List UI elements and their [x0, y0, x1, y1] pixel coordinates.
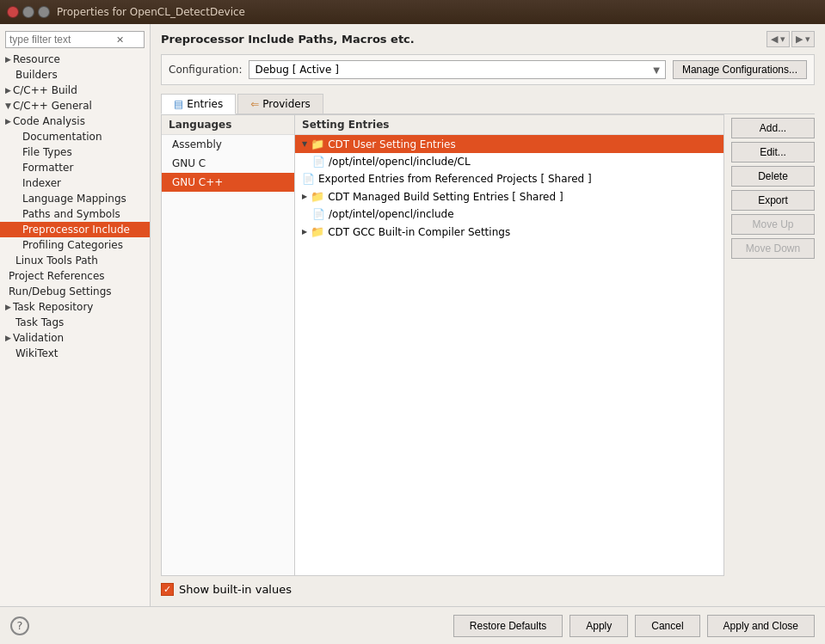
sidebar-item-label: Profiling Categories: [22, 239, 123, 251]
config-dropdown[interactable]: Debug [ Active ] ▼: [249, 60, 665, 79]
bottom-bar: ✓ Show built-in values: [161, 576, 815, 599]
sidebar-item-ccpp-general[interactable]: ▼ C/C++ General: [0, 98, 150, 113]
sidebar-item-label: Linux Tools Path: [15, 255, 98, 267]
close-button[interactable]: [7, 6, 19, 18]
file-icon: 📄: [312, 156, 325, 168]
sidebar-item-resource[interactable]: ▶ Resource: [0, 52, 150, 67]
sidebar-item-project-references[interactable]: Project References: [0, 268, 150, 284]
sidebar-item-label: C/C++ General: [13, 100, 92, 112]
tab-entries[interactable]: ▤ Entries: [161, 94, 236, 114]
languages-header: Languages: [162, 115, 294, 135]
entry-cdt-managed[interactable]: ▶ 📁 CDT Managed Build Setting Entries [ …: [295, 187, 723, 205]
sidebar-item-label: Preprocessor Include: [22, 224, 130, 236]
delete-button[interactable]: Delete: [731, 166, 815, 187]
panel-wrapper: Languages Assembly GNU C GNU C++ Setting…: [161, 114, 815, 576]
sidebar-item-wikitext[interactable]: WikiText: [0, 346, 150, 361]
sidebar-item-label: Indexer: [22, 177, 61, 189]
folder-icon: 📁: [311, 190, 324, 203]
entry-intel-include-cl[interactable]: 📄 /opt/intel/opencl/include/CL: [295, 153, 723, 170]
sidebar-item-label: Project References: [9, 270, 105, 282]
expand-icon: ▶: [5, 86, 11, 95]
move-up-button[interactable]: Move Up: [731, 214, 815, 235]
minimize-button[interactable]: [22, 6, 34, 18]
sidebar-item-label: WikiText: [15, 347, 58, 359]
apply-button[interactable]: Apply: [569, 615, 628, 637]
sidebar-item-label: Builders: [15, 69, 58, 81]
help-button[interactable]: ?: [10, 616, 29, 635]
sidebar-item-task-tags[interactable]: Task Tags: [0, 315, 150, 330]
title-bar: Properties for OpenCL_DetectDevice: [0, 0, 825, 24]
sidebar-item-label: Code Analysis: [13, 115, 85, 127]
sidebar-item-label: File Types: [22, 146, 72, 158]
tab-providers-label: Providers: [262, 98, 311, 110]
filter-input[interactable]: [9, 34, 113, 46]
clear-filter-icon[interactable]: ✕: [116, 34, 124, 46]
sidebar-item-preprocessor-include[interactable]: Preprocessor Include: [0, 222, 150, 237]
footer-right: Restore Defaults Apply Cancel Apply and …: [453, 615, 815, 637]
apply-and-close-button[interactable]: Apply and Close: [707, 615, 815, 637]
tab-providers[interactable]: ⇐ Providers: [237, 94, 323, 113]
sidebar-item-formatter[interactable]: Formatter: [0, 160, 150, 175]
file-icon: 📄: [312, 208, 325, 220]
sidebar-item-validation[interactable]: ▶ Validation: [0, 330, 150, 346]
edit-button[interactable]: Edit...: [731, 142, 815, 163]
entry-label: /opt/intel/opencl/include/CL: [329, 156, 471, 168]
sidebar-item-label: Resource: [13, 53, 60, 65]
restore-defaults-button[interactable]: Restore Defaults: [453, 615, 563, 637]
folder-open-icon: 📁: [311, 138, 324, 150]
manage-configurations-button[interactable]: Manage Configurations...: [673, 60, 807, 79]
sidebar-item-language-mappings[interactable]: Language Mappings: [0, 191, 150, 206]
maximize-button[interactable]: [38, 6, 50, 18]
page-title: Preprocessor Include Paths, Macros etc.: [161, 33, 415, 46]
main-panel: Languages Assembly GNU C GNU C++ Setting…: [161, 114, 724, 576]
sidebar-item-documentation[interactable]: Documentation: [0, 129, 150, 144]
tab-entries-label: Entries: [187, 98, 223, 110]
entry-label: CDT GCC Built-in Compiler Settings: [328, 226, 510, 238]
window-title: Properties for OpenCL_DetectDevice: [57, 6, 245, 18]
sidebar-item-profiling-categories[interactable]: Profiling Categories: [0, 237, 150, 253]
sidebar-item-label: Paths and Symbols: [22, 208, 120, 220]
lang-assembly[interactable]: Assembly: [162, 135, 294, 154]
sidebar-item-label: C/C++ Build: [13, 84, 77, 96]
entry-cdt-gcc[interactable]: ▶ 📁 CDT GCC Built-in Compiler Settings: [295, 223, 723, 241]
sidebar-item-indexer[interactable]: Indexer: [0, 175, 150, 191]
tab-entries-icon: ▤: [174, 98, 183, 110]
entry-intel-include[interactable]: 📄 /opt/intel/opencl/include: [295, 205, 723, 223]
sidebar-item-label: Validation: [13, 332, 64, 344]
tab-providers-icon: ⇐: [250, 98, 259, 110]
entry-label: Exported Entries from Referenced Project…: [318, 173, 592, 185]
entry-exported[interactable]: 📄 Exported Entries from Referenced Proje…: [295, 170, 723, 187]
sidebar-item-builders[interactable]: Builders: [0, 67, 150, 83]
move-down-button[interactable]: Move Down: [731, 238, 815, 259]
export-button[interactable]: Export: [731, 190, 815, 211]
forward-button[interactable]: ▶ ▾: [791, 31, 815, 47]
lang-gnu-c[interactable]: GNU C: [162, 154, 294, 173]
sidebar-item-label: Formatter: [22, 162, 73, 174]
sidebar-item-ccpp-build[interactable]: ▶ C/C++ Build: [0, 83, 150, 98]
sidebar-item-run-debug-settings[interactable]: Run/Debug Settings: [0, 284, 150, 299]
sidebar-item-paths-and-symbols[interactable]: Paths and Symbols: [0, 206, 150, 222]
sidebar: ✕ ▶ Resource Builders ▶ C/C++ Build ▼ C/…: [0, 24, 151, 606]
entry-cdt-user[interactable]: ▼ 📁 CDT User Setting Entries: [295, 135, 723, 153]
sidebar-item-task-repository[interactable]: ▶ Task Repository: [0, 299, 150, 315]
navigation-arrows: ◀ ▾ ▶ ▾: [767, 31, 815, 47]
expand-icon: ▶: [5, 303, 11, 311]
show-builtin-checkbox[interactable]: ✓: [161, 583, 174, 596]
checkmark-icon: ✓: [163, 584, 171, 595]
sidebar-item-code-analysis[interactable]: ▶ Code Analysis: [0, 113, 150, 129]
filter-box[interactable]: ✕: [5, 31, 145, 48]
cancel-button[interactable]: Cancel: [635, 615, 699, 637]
expand-triangle-icon: ▶: [302, 193, 307, 200]
footer-left: ?: [10, 616, 29, 635]
sidebar-item-file-types[interactable]: File Types: [0, 144, 150, 160]
back-button[interactable]: ◀ ▾: [767, 31, 790, 47]
sidebar-item-label: Language Mappings: [22, 193, 126, 205]
show-builtin-label: Show built-in values: [179, 583, 292, 596]
expand-triangle-icon: ▶: [302, 228, 307, 236]
sidebar-item-linux-tools-path[interactable]: Linux Tools Path: [0, 253, 150, 268]
entry-label: /opt/intel/opencl/include: [329, 208, 454, 220]
lang-gnu-cpp[interactable]: GNU C++: [162, 173, 294, 192]
add-button[interactable]: Add...: [731, 118, 815, 138]
expand-icon: ▶: [5, 117, 11, 126]
content-area: Preprocessor Include Paths, Macros etc. …: [151, 24, 825, 606]
